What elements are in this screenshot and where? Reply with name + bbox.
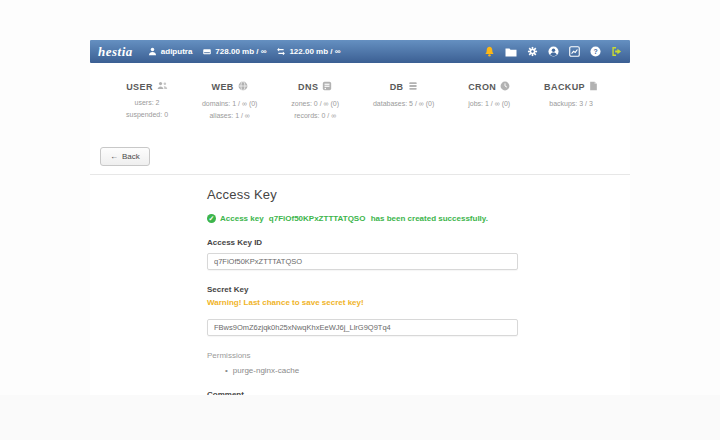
back-arrow-icon: ← bbox=[110, 152, 118, 161]
backup-file-icon bbox=[589, 81, 598, 93]
transfer-arrows-icon bbox=[275, 46, 286, 57]
permissions-list: purge-nginx-cache bbox=[207, 366, 630, 375]
success-suffix: has been created successfully. bbox=[371, 214, 488, 223]
nav-item-cron[interactable]: CRON jobs: 1 / ∞ (0) bbox=[468, 81, 510, 122]
nav-backup-label: BACKUP bbox=[544, 82, 585, 92]
permissions-label: Permissions bbox=[207, 351, 630, 360]
user-icon bbox=[147, 46, 158, 57]
logout-icon[interactable] bbox=[611, 46, 622, 57]
clock-icon bbox=[500, 81, 510, 93]
database-icon bbox=[408, 81, 418, 93]
nav-db-label: DB bbox=[390, 82, 404, 92]
logged-in-user[interactable]: adiputra bbox=[147, 46, 193, 57]
disk-icon bbox=[201, 46, 212, 57]
nav-dns-label: DNS bbox=[298, 82, 318, 92]
access-key-form: Access Key ✓ Access key q7FiOf50KPxZTTTA… bbox=[90, 175, 630, 432]
access-key-id-label: Access Key ID bbox=[207, 238, 630, 247]
main-nav: USER users: 2 suspended: 0 WEB domains: … bbox=[90, 63, 630, 136]
secret-key-label: Secret Key bbox=[207, 285, 630, 294]
page-title: Access Key bbox=[207, 187, 630, 202]
success-message: ✓ Access key q7FiOf50KPxZTTTATQSO has be… bbox=[207, 214, 630, 223]
nav-item-user[interactable]: USER users: 2 suspended: 0 bbox=[126, 81, 168, 122]
users-group-icon bbox=[157, 81, 168, 92]
statistics-chart-icon[interactable] bbox=[569, 46, 580, 57]
secret-key-input[interactable] bbox=[207, 319, 518, 336]
top-bar: hestia adiputra 728.00 mb / ∞ 122.00 mb … bbox=[90, 40, 630, 63]
nav-item-db[interactable]: DB databases: 5 / ∞ (0) bbox=[373, 81, 434, 122]
back-button[interactable]: ← Back bbox=[100, 147, 150, 166]
nav-item-backup[interactable]: BACKUP backups: 3 / 3 bbox=[544, 81, 598, 122]
settings-gear-icon[interactable] bbox=[527, 46, 538, 57]
page-footer-area bbox=[0, 395, 720, 440]
file-manager-folder-icon[interactable] bbox=[505, 47, 517, 57]
permission-item: purge-nginx-cache bbox=[225, 366, 630, 375]
help-question-icon[interactable]: ? bbox=[590, 46, 601, 57]
dns-server-icon bbox=[322, 81, 332, 93]
nav-user-label: USER bbox=[126, 82, 153, 92]
success-prefix: Access key bbox=[220, 214, 264, 223]
access-key-id-input[interactable] bbox=[207, 253, 518, 270]
check-circle-icon: ✓ bbox=[207, 214, 216, 223]
nav-web-label: WEB bbox=[212, 82, 234, 92]
nav-cron-label: CRON bbox=[468, 82, 496, 92]
notifications-bell-icon[interactable] bbox=[484, 46, 495, 57]
globe-icon bbox=[238, 81, 248, 93]
success-key: q7FiOf50KPxZTTTATQSO bbox=[269, 214, 366, 223]
bandwidth-usage[interactable]: 122.00 mb / ∞ bbox=[275, 46, 340, 57]
hestia-logo[interactable]: hestia bbox=[98, 44, 133, 60]
nav-item-dns[interactable]: DNS zones: 0 / ∞ (0) records: 0 / ∞ bbox=[291, 81, 339, 122]
account-user-circle-icon[interactable] bbox=[548, 46, 559, 57]
toolbar: ← Back bbox=[90, 136, 630, 174]
nav-item-web[interactable]: WEB domains: 1 / ∞ (0) aliases: 1 / ∞ bbox=[202, 81, 258, 122]
svg-text:?: ? bbox=[593, 48, 597, 55]
disk-usage[interactable]: 728.00 mb / ∞ bbox=[201, 46, 266, 57]
app-panel: hestia adiputra 728.00 mb / ∞ 122.00 mb … bbox=[90, 40, 630, 432]
secret-key-warning: Warning! Last chance to save secret key! bbox=[207, 298, 630, 307]
